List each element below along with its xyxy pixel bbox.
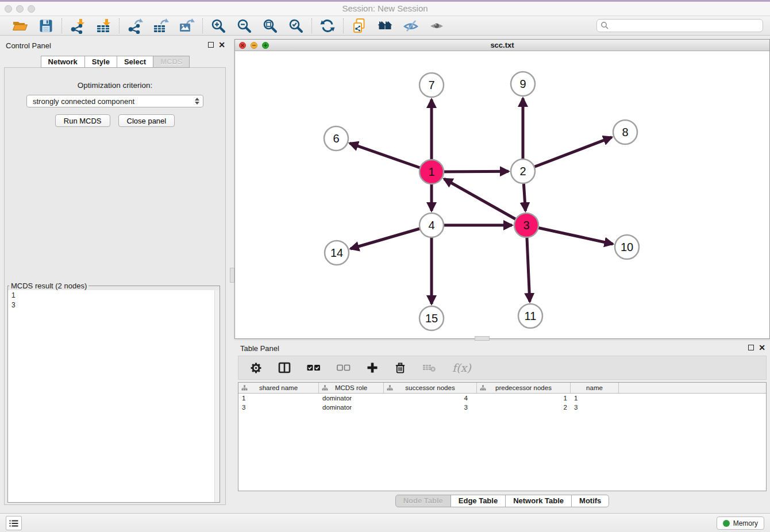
mcds-result-list[interactable]: 1 3 <box>8 290 220 502</box>
tab-style[interactable]: Style <box>84 56 117 68</box>
search-input[interactable] <box>596 19 763 32</box>
graph-edge-1-6[interactable] <box>350 143 432 172</box>
refresh-layout-icon[interactable] <box>319 18 336 34</box>
table-panel: Table Panel ✕ f(x) <box>234 342 770 511</box>
graph-node-label-3: 3 <box>523 219 529 232</box>
mcds-panel-body: Optimization criterion: strongly connect… <box>4 67 226 505</box>
table-row[interactable]: 3 dominator 3 2 3 <box>238 403 766 412</box>
network-minimize-icon[interactable] <box>251 42 257 49</box>
control-panel-title: Control Panel <box>6 41 51 50</box>
float-table-panel-icon[interactable] <box>748 345 754 350</box>
graph-edge-2-8[interactable] <box>523 137 612 171</box>
column-header-shared-name[interactable]: shared name <box>238 383 319 393</box>
window-minimize-button[interactable] <box>16 5 24 13</box>
table-tabs: Node Table Edge Table Network Table Moti… <box>234 495 770 507</box>
window-close-button[interactable] <box>5 5 12 13</box>
table-header-row: shared name MCDS role successor nodes pr… <box>238 383 766 394</box>
task-history-button[interactable] <box>6 516 22 530</box>
import-table-icon[interactable] <box>95 18 111 34</box>
network-close-icon[interactable] <box>239 42 246 49</box>
zoom-fit-icon[interactable] <box>262 18 278 34</box>
tab-edge-table[interactable]: Edge Table <box>451 495 506 507</box>
tab-network-table[interactable]: Network Table <box>505 495 572 507</box>
graph-node-label-11: 11 <box>525 310 537 322</box>
column-header-predecessor-nodes[interactable]: predecessor nodes <box>477 383 571 393</box>
show-panels-eye-icon[interactable] <box>429 18 445 34</box>
shared-column-icon <box>387 385 393 392</box>
cell-mcds-role[interactable]: dominator <box>319 404 384 411</box>
home-view-icon[interactable] <box>377 18 393 34</box>
tab-motifs[interactable]: Motifs <box>571 495 609 507</box>
mcds-result-fieldset: MCDS result (2 nodes) 1 3 <box>7 282 220 503</box>
memory-status-icon <box>723 520 730 527</box>
graph-edge-3-1[interactable] <box>444 179 526 225</box>
cell-name[interactable]: 3 <box>571 404 619 411</box>
column-visibility-icon[interactable] <box>278 362 291 373</box>
cell-predecessor-nodes[interactable]: 1 <box>477 395 571 402</box>
cell-shared-name[interactable]: 3 <box>238 404 319 411</box>
result-scrollbar[interactable] <box>214 290 220 502</box>
tab-network[interactable]: Network <box>41 56 85 68</box>
app-title: Session: New Session <box>0 2 770 16</box>
function-builder-icon: f(x) <box>452 361 471 374</box>
cell-successor-nodes[interactable]: 4 <box>384 395 477 402</box>
tab-select[interactable]: Select <box>117 56 153 68</box>
network-window-titlebar[interactable]: scc.txt <box>235 40 769 51</box>
tab-node-table[interactable]: Node Table <box>395 495 451 507</box>
select-all-checkbox-icon[interactable] <box>307 364 321 371</box>
table-settings-gear-icon[interactable] <box>250 362 262 374</box>
memory-button[interactable]: Memory <box>717 516 764 530</box>
zoom-in-icon[interactable] <box>210 18 226 34</box>
close-table-panel-icon[interactable]: ✕ <box>759 344 765 351</box>
close-panel-button[interactable]: Close panel <box>118 114 175 127</box>
table-panel-title: Table Panel <box>240 344 279 353</box>
tab-mcds[interactable]: MCDS <box>153 56 190 68</box>
splitter-handle-horizontal[interactable] <box>475 336 490 341</box>
network-canvas[interactable]: 7968124314101511 <box>235 52 769 338</box>
cell-predecessor-nodes[interactable]: 2 <box>477 404 571 411</box>
cell-name[interactable]: 1 <box>571 395 619 402</box>
network-window-title: scc.txt <box>490 41 514 49</box>
shared-column-icon <box>480 385 486 392</box>
clone-network-icon[interactable] <box>351 18 367 34</box>
mcds-result-value: 1 <box>11 291 220 300</box>
graph-edge-3-10[interactable] <box>526 225 613 244</box>
mcds-result-value: 3 <box>11 300 220 310</box>
cell-successor-nodes[interactable]: 3 <box>384 404 477 411</box>
hide-panels-eye-slash-icon[interactable] <box>403 18 419 34</box>
run-mcds-button[interactable]: Run MCDS <box>55 114 110 127</box>
add-column-plus-icon[interactable] <box>367 362 378 373</box>
column-header-mcds-role[interactable]: MCDS role <box>319 383 384 393</box>
graph-node-label-9: 9 <box>519 78 526 90</box>
cell-mcds-role[interactable]: dominator <box>319 395 384 402</box>
window-maximize-button[interactable] <box>28 5 35 13</box>
save-session-icon[interactable] <box>38 18 54 34</box>
delete-column-trash-icon[interactable] <box>394 362 406 374</box>
graph-node-label-7: 7 <box>428 79 434 91</box>
export-image-icon[interactable] <box>179 18 195 34</box>
splitter-handle-vertical[interactable] <box>230 268 234 283</box>
mcds-result-legend: MCDS result (2 nodes) <box>9 282 88 290</box>
search-field-wrap <box>596 19 763 32</box>
import-network-icon[interactable] <box>70 18 86 34</box>
network-zoom-icon[interactable] <box>262 42 269 49</box>
main-toolbar <box>0 16 770 36</box>
cell-shared-name[interactable]: 1 <box>238 395 319 402</box>
column-header-successor-nodes[interactable]: successor nodes <box>384 383 477 393</box>
delete-table-icon-disabled <box>422 363 436 373</box>
network-view-window: scc.txt 7968124314101511 <box>234 39 770 339</box>
search-icon <box>600 21 609 32</box>
open-session-icon[interactable] <box>12 18 28 34</box>
zoom-out-icon[interactable] <box>236 18 252 34</box>
graph-node-label-8: 8 <box>622 126 628 138</box>
select-stepper-icon <box>195 98 199 105</box>
column-header-name[interactable]: name <box>571 383 619 393</box>
export-network-icon[interactable] <box>127 18 143 34</box>
export-table-icon[interactable] <box>153 18 169 34</box>
table-row[interactable]: 1 dominator 4 1 1 <box>238 394 766 403</box>
close-panel-icon[interactable]: ✕ <box>218 41 225 48</box>
deselect-all-checkbox-icon[interactable] <box>337 364 351 371</box>
float-panel-icon[interactable] <box>208 42 214 48</box>
optimization-criterion-select[interactable]: strongly connected component <box>26 95 203 107</box>
zoom-selected-icon[interactable] <box>288 18 304 34</box>
